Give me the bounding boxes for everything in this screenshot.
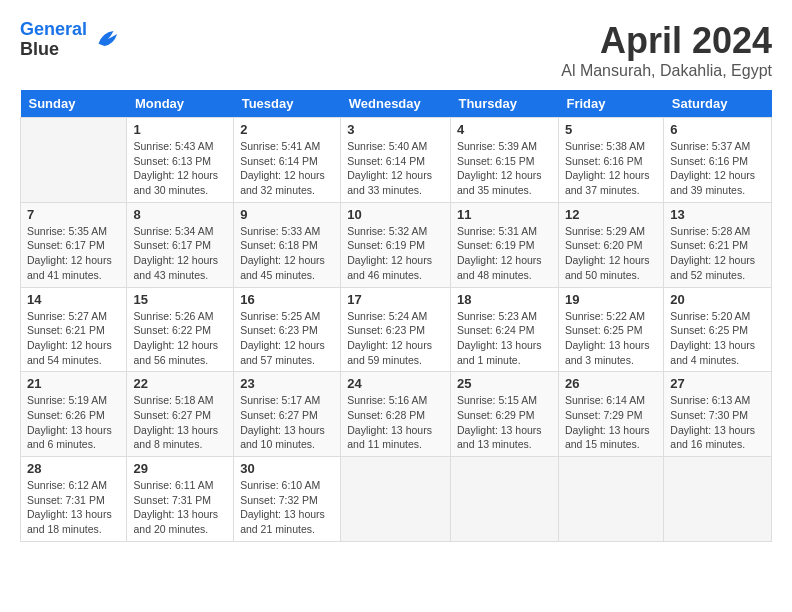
calendar-cell: 24Sunrise: 5:16 AM Sunset: 6:28 PM Dayli… — [341, 372, 451, 457]
calendar-cell: 29Sunrise: 6:11 AM Sunset: 7:31 PM Dayli… — [127, 457, 234, 542]
day-info: Sunrise: 5:15 AM Sunset: 6:29 PM Dayligh… — [457, 393, 552, 452]
calendar-cell: 3Sunrise: 5:40 AM Sunset: 6:14 PM Daylig… — [341, 118, 451, 203]
day-info: Sunrise: 5:24 AM Sunset: 6:23 PM Dayligh… — [347, 309, 444, 368]
day-number: 27 — [670, 376, 765, 391]
calendar-cell: 30Sunrise: 6:10 AM Sunset: 7:32 PM Dayli… — [234, 457, 341, 542]
day-info: Sunrise: 5:29 AM Sunset: 6:20 PM Dayligh… — [565, 224, 657, 283]
calendar-cell — [450, 457, 558, 542]
calendar-week-row: 14Sunrise: 5:27 AM Sunset: 6:21 PM Dayli… — [21, 287, 772, 372]
weekday-header-cell: Thursday — [450, 90, 558, 118]
day-info: Sunrise: 5:23 AM Sunset: 6:24 PM Dayligh… — [457, 309, 552, 368]
calendar-cell: 2Sunrise: 5:41 AM Sunset: 6:14 PM Daylig… — [234, 118, 341, 203]
calendar-cell: 7Sunrise: 5:35 AM Sunset: 6:17 PM Daylig… — [21, 202, 127, 287]
page-header: GeneralBlue April 2024 Al Mansurah, Daka… — [20, 20, 772, 80]
day-info: Sunrise: 5:22 AM Sunset: 6:25 PM Dayligh… — [565, 309, 657, 368]
day-info: Sunrise: 5:17 AM Sunset: 6:27 PM Dayligh… — [240, 393, 334, 452]
day-info: Sunrise: 6:11 AM Sunset: 7:31 PM Dayligh… — [133, 478, 227, 537]
day-number: 11 — [457, 207, 552, 222]
day-info: Sunrise: 5:38 AM Sunset: 6:16 PM Dayligh… — [565, 139, 657, 198]
calendar-cell: 22Sunrise: 5:18 AM Sunset: 6:27 PM Dayli… — [127, 372, 234, 457]
day-number: 8 — [133, 207, 227, 222]
calendar-cell: 5Sunrise: 5:38 AM Sunset: 6:16 PM Daylig… — [558, 118, 663, 203]
weekday-header-cell: Friday — [558, 90, 663, 118]
calendar-week-row: 28Sunrise: 6:12 AM Sunset: 7:31 PM Dayli… — [21, 457, 772, 542]
calendar-table: SundayMondayTuesdayWednesdayThursdayFrid… — [20, 90, 772, 542]
calendar-cell: 17Sunrise: 5:24 AM Sunset: 6:23 PM Dayli… — [341, 287, 451, 372]
day-info: Sunrise: 5:20 AM Sunset: 6:25 PM Dayligh… — [670, 309, 765, 368]
day-info: Sunrise: 6:14 AM Sunset: 7:29 PM Dayligh… — [565, 393, 657, 452]
month-title: April 2024 — [561, 20, 772, 62]
weekday-header-cell: Saturday — [664, 90, 772, 118]
logo: GeneralBlue — [20, 20, 121, 60]
weekday-header-row: SundayMondayTuesdayWednesdayThursdayFrid… — [21, 90, 772, 118]
day-number: 17 — [347, 292, 444, 307]
day-number: 30 — [240, 461, 334, 476]
day-number: 14 — [27, 292, 120, 307]
day-info: Sunrise: 5:26 AM Sunset: 6:22 PM Dayligh… — [133, 309, 227, 368]
day-number: 18 — [457, 292, 552, 307]
day-info: Sunrise: 5:16 AM Sunset: 6:28 PM Dayligh… — [347, 393, 444, 452]
calendar-cell — [558, 457, 663, 542]
day-number: 16 — [240, 292, 334, 307]
calendar-cell: 23Sunrise: 5:17 AM Sunset: 6:27 PM Dayli… — [234, 372, 341, 457]
calendar-body: 1Sunrise: 5:43 AM Sunset: 6:13 PM Daylig… — [21, 118, 772, 542]
day-number: 7 — [27, 207, 120, 222]
calendar-cell: 14Sunrise: 5:27 AM Sunset: 6:21 PM Dayli… — [21, 287, 127, 372]
calendar-cell: 10Sunrise: 5:32 AM Sunset: 6:19 PM Dayli… — [341, 202, 451, 287]
calendar-cell: 4Sunrise: 5:39 AM Sunset: 6:15 PM Daylig… — [450, 118, 558, 203]
day-info: Sunrise: 5:18 AM Sunset: 6:27 PM Dayligh… — [133, 393, 227, 452]
calendar-cell: 1Sunrise: 5:43 AM Sunset: 6:13 PM Daylig… — [127, 118, 234, 203]
weekday-header-cell: Tuesday — [234, 90, 341, 118]
location-subtitle: Al Mansurah, Dakahlia, Egypt — [561, 62, 772, 80]
day-info: Sunrise: 5:33 AM Sunset: 6:18 PM Dayligh… — [240, 224, 334, 283]
day-number: 20 — [670, 292, 765, 307]
day-number: 2 — [240, 122, 334, 137]
weekday-header-cell: Monday — [127, 90, 234, 118]
calendar-week-row: 21Sunrise: 5:19 AM Sunset: 6:26 PM Dayli… — [21, 372, 772, 457]
calendar-cell: 25Sunrise: 5:15 AM Sunset: 6:29 PM Dayli… — [450, 372, 558, 457]
calendar-cell: 16Sunrise: 5:25 AM Sunset: 6:23 PM Dayli… — [234, 287, 341, 372]
calendar-cell: 9Sunrise: 5:33 AM Sunset: 6:18 PM Daylig… — [234, 202, 341, 287]
day-info: Sunrise: 6:12 AM Sunset: 7:31 PM Dayligh… — [27, 478, 120, 537]
weekday-header-cell: Wednesday — [341, 90, 451, 118]
logo-text: GeneralBlue — [20, 20, 87, 60]
calendar-week-row: 1Sunrise: 5:43 AM Sunset: 6:13 PM Daylig… — [21, 118, 772, 203]
logo-bird-icon — [91, 25, 121, 55]
day-number: 12 — [565, 207, 657, 222]
calendar-cell: 8Sunrise: 5:34 AM Sunset: 6:17 PM Daylig… — [127, 202, 234, 287]
day-number: 21 — [27, 376, 120, 391]
day-number: 5 — [565, 122, 657, 137]
calendar-cell — [664, 457, 772, 542]
day-info: Sunrise: 5:41 AM Sunset: 6:14 PM Dayligh… — [240, 139, 334, 198]
calendar-cell: 18Sunrise: 5:23 AM Sunset: 6:24 PM Dayli… — [450, 287, 558, 372]
calendar-cell: 6Sunrise: 5:37 AM Sunset: 6:16 PM Daylig… — [664, 118, 772, 203]
day-info: Sunrise: 6:10 AM Sunset: 7:32 PM Dayligh… — [240, 478, 334, 537]
calendar-cell: 26Sunrise: 6:14 AM Sunset: 7:29 PM Dayli… — [558, 372, 663, 457]
day-info: Sunrise: 5:43 AM Sunset: 6:13 PM Dayligh… — [133, 139, 227, 198]
calendar-cell: 13Sunrise: 5:28 AM Sunset: 6:21 PM Dayli… — [664, 202, 772, 287]
day-number: 25 — [457, 376, 552, 391]
calendar-cell: 20Sunrise: 5:20 AM Sunset: 6:25 PM Dayli… — [664, 287, 772, 372]
day-number: 28 — [27, 461, 120, 476]
day-number: 1 — [133, 122, 227, 137]
day-number: 13 — [670, 207, 765, 222]
day-number: 3 — [347, 122, 444, 137]
day-number: 29 — [133, 461, 227, 476]
calendar-cell: 21Sunrise: 5:19 AM Sunset: 6:26 PM Dayli… — [21, 372, 127, 457]
calendar-cell — [21, 118, 127, 203]
day-info: Sunrise: 5:19 AM Sunset: 6:26 PM Dayligh… — [27, 393, 120, 452]
day-number: 19 — [565, 292, 657, 307]
calendar-week-row: 7Sunrise: 5:35 AM Sunset: 6:17 PM Daylig… — [21, 202, 772, 287]
day-info: Sunrise: 5:31 AM Sunset: 6:19 PM Dayligh… — [457, 224, 552, 283]
day-number: 23 — [240, 376, 334, 391]
calendar-cell: 15Sunrise: 5:26 AM Sunset: 6:22 PM Dayli… — [127, 287, 234, 372]
calendar-cell: 12Sunrise: 5:29 AM Sunset: 6:20 PM Dayli… — [558, 202, 663, 287]
calendar-cell: 27Sunrise: 6:13 AM Sunset: 7:30 PM Dayli… — [664, 372, 772, 457]
day-number: 9 — [240, 207, 334, 222]
calendar-cell: 19Sunrise: 5:22 AM Sunset: 6:25 PM Dayli… — [558, 287, 663, 372]
day-number: 22 — [133, 376, 227, 391]
day-info: Sunrise: 5:28 AM Sunset: 6:21 PM Dayligh… — [670, 224, 765, 283]
day-number: 4 — [457, 122, 552, 137]
day-info: Sunrise: 5:37 AM Sunset: 6:16 PM Dayligh… — [670, 139, 765, 198]
day-info: Sunrise: 5:25 AM Sunset: 6:23 PM Dayligh… — [240, 309, 334, 368]
